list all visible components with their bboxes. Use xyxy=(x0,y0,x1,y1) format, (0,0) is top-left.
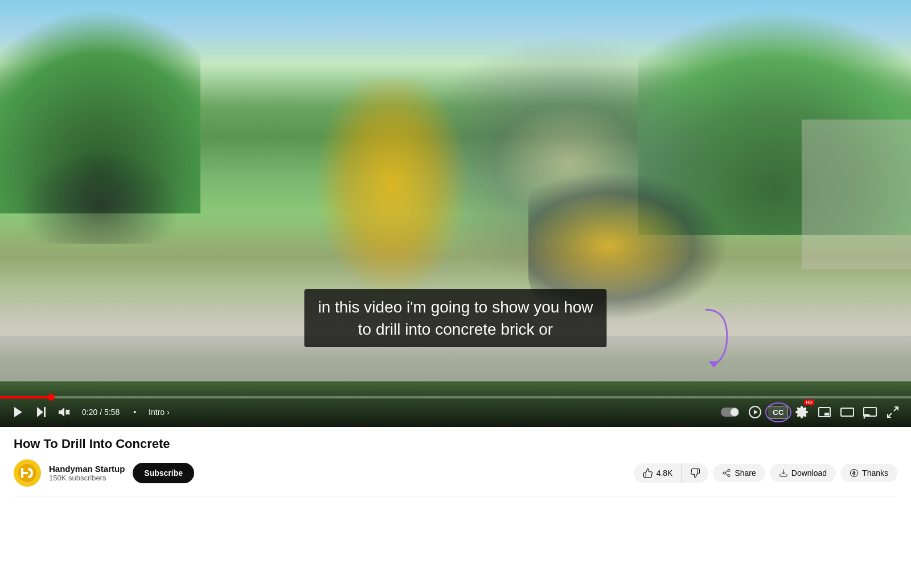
cast-icon xyxy=(863,405,877,419)
chapter-name: Intro xyxy=(149,408,165,417)
drill-yellow xyxy=(301,77,483,312)
car-bg xyxy=(18,150,182,244)
next-icon xyxy=(34,405,48,419)
svg-line-26 xyxy=(725,474,728,475)
controls-row: 0:20 / 5:58 • Intro › xyxy=(0,403,911,421)
svg-point-23 xyxy=(728,469,730,471)
share-icon xyxy=(722,468,731,478)
next-button[interactable] xyxy=(32,403,50,421)
svg-point-16 xyxy=(864,417,865,419)
progress-bar[interactable] xyxy=(0,396,911,398)
settings-button-wrapper: HD xyxy=(793,403,811,421)
cc-button[interactable]: CC xyxy=(769,406,788,419)
subtitle-line1: in this video i'm going to show you how xyxy=(318,298,593,316)
hd-badge: HD xyxy=(804,400,814,405)
time-display: 0:20 / 5:58 xyxy=(82,408,120,417)
cc-button-wrapper: CC xyxy=(769,406,788,419)
video-title: How To Drill Into Concrete xyxy=(14,436,897,453)
video-player[interactable]: in this video i'm going to show you how … xyxy=(0,0,911,427)
share-button[interactable]: Share xyxy=(713,464,765,482)
play-button[interactable] xyxy=(9,403,27,421)
video-background xyxy=(0,0,911,427)
svg-line-17 xyxy=(894,407,898,411)
fullscreen-icon xyxy=(886,405,900,419)
settings-button[interactable] xyxy=(793,403,811,421)
video-controls: 0:20 / 5:58 • Intro › xyxy=(0,381,911,427)
theater-button[interactable] xyxy=(838,403,856,421)
house-bg xyxy=(802,120,911,269)
svg-marker-4 xyxy=(59,408,64,417)
download-button[interactable]: Download xyxy=(770,464,836,482)
like-dislike-group: 4.8K xyxy=(634,463,709,483)
channel-left: Handyman Startup 150K subscribers Subscr… xyxy=(14,459,194,487)
settings-icon xyxy=(795,405,809,419)
chapter-separator: • xyxy=(133,408,136,417)
svg-rect-3 xyxy=(44,407,46,417)
thanks-label: Thanks xyxy=(862,468,888,478)
autoplay-button[interactable] xyxy=(719,405,741,419)
current-time: 0:20 xyxy=(82,408,97,417)
svg-point-24 xyxy=(723,472,725,474)
theater-icon xyxy=(840,405,854,419)
chapter-arrow: › xyxy=(167,408,170,417)
chapter-label[interactable]: Intro › xyxy=(149,408,170,417)
thumbs-down-icon xyxy=(690,468,700,478)
thanks-icon xyxy=(850,468,859,478)
volume-button[interactable] xyxy=(55,403,73,421)
svg-line-27 xyxy=(725,471,728,472)
svg-marker-2 xyxy=(37,407,43,417)
subscribe-button[interactable]: Subscribe xyxy=(133,463,194,483)
volume-icon xyxy=(57,405,71,419)
cc-label: CC xyxy=(773,408,784,417)
page-container: in this video i'm going to show you how … xyxy=(0,0,911,496)
channel-actions-row: Handyman Startup 150K subscribers Subscr… xyxy=(14,459,897,487)
dislike-button[interactable] xyxy=(682,463,708,483)
like-count: 4.8K xyxy=(656,468,673,478)
thanks-button[interactable]: Thanks xyxy=(840,464,897,482)
miniplayer-icon xyxy=(818,405,831,419)
channel-name[interactable]: Handyman Startup xyxy=(49,464,125,474)
svg-rect-13 xyxy=(824,413,829,416)
subscriber-count: 150K subscribers xyxy=(49,474,125,482)
svg-marker-1 xyxy=(14,407,22,417)
video-subtitle: in this video i'm going to show you how … xyxy=(304,289,606,347)
svg-rect-22 xyxy=(21,472,28,474)
content-area: How To Drill Into Concrete xyxy=(0,427,911,496)
fullscreen-button[interactable] xyxy=(884,403,902,421)
action-buttons: 4.8K xyxy=(634,463,897,483)
svg-point-25 xyxy=(728,474,730,476)
subtitle-line2: to drill into concrete brick or xyxy=(358,320,553,338)
download-label: Download xyxy=(791,468,827,478)
svg-marker-0 xyxy=(709,361,719,368)
progress-fill xyxy=(0,396,51,398)
thumbs-up-icon xyxy=(643,468,653,478)
total-duration: 5:58 xyxy=(104,408,120,417)
play-icon xyxy=(11,405,25,419)
svg-line-18 xyxy=(888,413,892,417)
time-separator: / xyxy=(100,408,104,417)
video-info-section: How To Drill Into Concrete xyxy=(14,427,897,496)
cast-button[interactable] xyxy=(861,403,879,421)
autoplay-play-icon[interactable] xyxy=(746,403,764,421)
share-label: Share xyxy=(734,468,756,478)
miniplayer-button[interactable] xyxy=(815,403,834,421)
channel-avatar[interactable] xyxy=(14,459,41,487)
svg-marker-11 xyxy=(754,410,758,414)
svg-rect-14 xyxy=(841,408,853,416)
channel-info: Handyman Startup 150K subscribers xyxy=(49,464,125,482)
download-icon xyxy=(779,468,788,478)
like-button[interactable]: 4.8K xyxy=(634,463,683,483)
autoplay-icon xyxy=(748,405,762,419)
annotation-arrow xyxy=(672,305,740,373)
channel-logo xyxy=(15,460,40,486)
